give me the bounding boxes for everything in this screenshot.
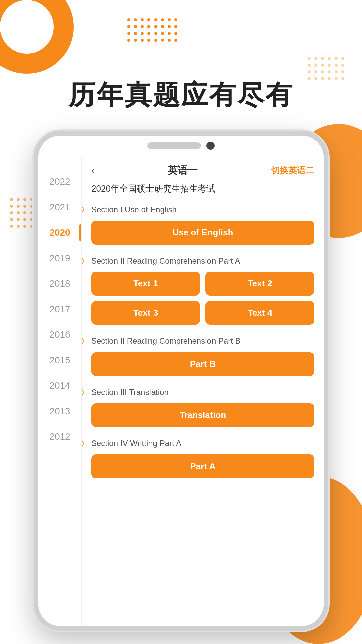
year-sidebar: 2022 2021 2020 2019 2018 2017 2016 2015 …	[38, 156, 82, 626]
section-label-2: Section II Reading Comprehension Part A	[91, 255, 314, 267]
content-header: ‹ 英语一 切换英语二	[91, 164, 314, 177]
text-3-button[interactable]: Text 3	[91, 301, 200, 325]
section-label-1: Section I Use of English	[91, 204, 314, 215]
section-label-4: Section III Translation	[91, 387, 314, 398]
language-title: 英语一	[168, 164, 198, 177]
phone-screen: 2022 2021 2020 2019 2018 2017 2016 2015 …	[38, 156, 324, 626]
use-of-english-button[interactable]: Use of English	[91, 221, 314, 245]
section-dot-5	[82, 440, 83, 446]
section-2-buttons: Text 1 Text 2 Text 3 Text 4	[91, 272, 314, 325]
year-item-2021[interactable]: 2021	[38, 195, 81, 220]
decorative-circle-top-left	[0, 0, 74, 74]
phone-frame: 2022 2021 2020 2019 2018 2017 2016 2015 …	[34, 131, 328, 631]
section-block-1: Section I Use of English Use of English	[91, 204, 314, 245]
year-item-2015[interactable]: 2015	[38, 347, 81, 373]
year-item-2014[interactable]: 2014	[38, 373, 81, 398]
section-block-3: Section II Reading Comprehension Part B …	[91, 335, 314, 376]
section-dot-3	[82, 338, 83, 344]
decorative-dots-top-center	[127, 18, 178, 43]
text-4-button[interactable]: Text 4	[205, 301, 314, 325]
content-area: ‹ 英语一 切换英语二 2020年全国硕士研究生招生考试 Section I U…	[82, 156, 324, 626]
year-item-2016[interactable]: 2016	[38, 322, 81, 347]
main-heading: 历年真题应有尽有	[0, 77, 362, 113]
year-item-2013[interactable]: 2013	[38, 398, 81, 424]
section-dot-1	[82, 207, 83, 213]
year-item-2022[interactable]: 2022	[38, 169, 81, 195]
text-1-button[interactable]: Text 1	[91, 272, 200, 296]
section-block-2: Section II Reading Comprehension Part A …	[91, 255, 314, 325]
phone-speaker	[147, 142, 201, 149]
year-item-2020[interactable]: 2020	[38, 220, 81, 246]
text-2-button[interactable]: Text 2	[205, 272, 314, 296]
section-label-5: Section IV Writting Part A	[91, 438, 314, 449]
section-label-3: Section II Reading Comprehension Part B	[91, 335, 314, 347]
section-dot-2	[82, 258, 83, 264]
phone-mockup: 2022 2021 2020 2019 2018 2017 2016 2015 …	[34, 131, 328, 631]
year-item-2012[interactable]: 2012	[38, 424, 81, 449]
section-3-buttons: Part B	[91, 352, 314, 376]
year-item-2017[interactable]: 2017	[38, 297, 81, 322]
section-4-buttons: Translation	[91, 403, 314, 427]
year-item-2019[interactable]: 2019	[38, 246, 81, 271]
phone-camera	[206, 142, 215, 150]
part-b-button[interactable]: Part B	[91, 352, 314, 376]
section-1-buttons: Use of English	[91, 221, 314, 245]
section-dot-4	[82, 389, 83, 395]
phone-notch	[38, 136, 324, 156]
back-button[interactable]: ‹	[91, 165, 94, 176]
translation-button[interactable]: Translation	[91, 403, 314, 427]
year-item-2018[interactable]: 2018	[38, 271, 81, 297]
section-block-4: Section III Translation Translation	[91, 387, 314, 427]
section-block-5: Section IV Writting Part A Part A	[91, 438, 314, 478]
language-switch-button[interactable]: 切换英语二	[271, 165, 314, 176]
exam-title: 2020年全国硕士研究生招生考试	[91, 183, 314, 195]
part-a-button[interactable]: Part A	[91, 454, 314, 478]
section-5-buttons: Part A	[91, 454, 314, 478]
